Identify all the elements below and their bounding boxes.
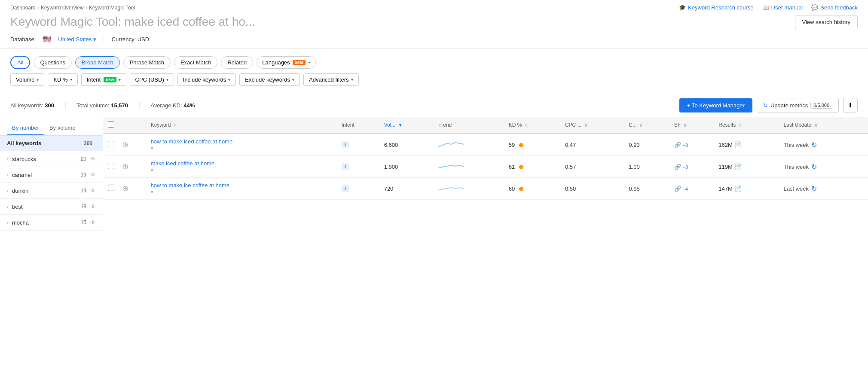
last-update-col-header[interactable]: Last Update ⇅ — [780, 117, 868, 134]
select-all-checkbox[interactable] — [108, 121, 114, 128]
view-history-button[interactable]: View search history — [795, 15, 858, 29]
languages-chevron-icon: ▾ — [308, 60, 310, 65]
intent-filter[interactable]: Intent new ▾ — [81, 73, 126, 86]
export-button[interactable]: ⬆ — [843, 98, 858, 112]
cpc-col-header[interactable]: CPC ... ⇅ — [562, 117, 625, 134]
book-icon: 📖 — [762, 4, 769, 11]
advanced-filters[interactable]: Advanced filters ▾ — [303, 73, 359, 86]
row2-add-cell[interactable]: ⊕ — [119, 156, 147, 178]
exclude-keywords-label: Exclude keywords — [245, 76, 290, 83]
results-sort-icon: ⇅ — [739, 123, 742, 128]
sf-col-header[interactable]: SF ⇅ — [671, 117, 715, 134]
eye-icon-mocha[interactable]: 👁 — [90, 219, 96, 226]
row2-sf-cell: 🔗 +3 — [671, 156, 715, 178]
sidebar-item-caramel[interactable]: › caramel 19 👁 — [0, 167, 103, 183]
sidebar-dunkin-count: 19 — [81, 188, 86, 194]
tab-phrase-match[interactable]: Phrase Match — [123, 56, 171, 69]
row1-expand-icon[interactable]: ▾ — [151, 146, 153, 151]
currency-label: Currency: USD — [112, 36, 149, 43]
sidebar-item-dunkin[interactable]: › dunkin 19 👁 — [0, 183, 103, 199]
tab-exact-match[interactable]: Exact Match — [174, 56, 218, 69]
tab-all[interactable]: All — [10, 56, 30, 69]
row2-keyword-link[interactable]: make iced coffee at home — [151, 160, 335, 167]
cpc-filter[interactable]: CPC (USD) ▾ — [130, 73, 174, 86]
volume-filter[interactable]: Volume ▾ — [10, 73, 44, 86]
row3-last-update-cell: Last week ↻ — [780, 178, 868, 200]
sort-by-number-tab[interactable]: By number — [7, 121, 44, 135]
table-row: ⊕ make iced coffee at home ▾ I 1,900 — [103, 156, 868, 178]
eye-icon-dunkin[interactable]: 👁 — [90, 187, 96, 194]
database-selector[interactable]: United States ▾ — [58, 36, 96, 43]
row1-results-value: 162M — [718, 142, 733, 148]
user-manual-link[interactable]: 📖 User manual — [762, 4, 803, 11]
tab-questions[interactable]: Questions — [34, 56, 72, 69]
include-keywords-filter[interactable]: Include keywords ▾ — [177, 73, 236, 86]
row3-expand-icon[interactable]: ▾ — [151, 189, 153, 195]
row1-refresh-icon[interactable]: ↻ — [811, 141, 817, 149]
row1-doc-icon: 📄 — [734, 141, 742, 148]
row2-checkbox-cell[interactable] — [103, 156, 119, 178]
update-metrics-button[interactable]: ↻ Update metrics 0/5,000 — [757, 98, 839, 112]
row2-update-text: This week — [784, 164, 809, 170]
row1-add-icon[interactable]: ⊕ — [122, 140, 128, 149]
c-col-header[interactable]: C... ⇅ — [625, 117, 670, 134]
row1-checkbox-cell[interactable] — [103, 134, 119, 156]
kd-filter[interactable]: KD % ▾ — [48, 73, 77, 86]
sort-by-volume-tab[interactable]: By volume — [44, 121, 81, 135]
breadcrumb-keyword-overview[interactable]: Keyword Overview — [41, 5, 84, 11]
sidebar-item-starbucks[interactable]: › starbucks 20 👁 — [0, 151, 103, 167]
row3-keyword-link[interactable]: how to make ice coffee at home — [151, 182, 335, 188]
languages-button[interactable]: Languages beta ▾ — [257, 56, 316, 69]
breadcrumb: Dashboard › Keyword Overview › Keyword M… — [10, 5, 135, 11]
eye-icon-starbucks[interactable]: 👁 — [90, 155, 96, 162]
avg-kd-stat: Average KD: 44% — [150, 102, 195, 109]
keyword-col-header[interactable]: Keyword ⇅ — [147, 117, 338, 134]
send-feedback-link[interactable]: 💬 Send feedback — [811, 4, 858, 11]
advanced-chevron-icon: ▾ — [351, 77, 353, 82]
tab-broad-match[interactable]: Broad Match — [75, 56, 120, 69]
eye-icon-caramel[interactable]: 👁 — [90, 171, 96, 178]
row1-keyword-cell: how to make iced coffee at home ▾ — [147, 134, 338, 156]
tab-related[interactable]: Related — [221, 56, 253, 69]
row1-add-cell[interactable]: ⊕ — [119, 134, 147, 156]
page-title-prefix: Keyword Magic Tool: — [10, 15, 121, 28]
select-all-header[interactable] — [103, 117, 119, 134]
sidebar-item-all-keywords[interactable]: All keywords 300 — [0, 136, 103, 151]
lastupdate-sort-icon: ⇅ — [814, 123, 818, 128]
cpc-chevron-icon: ▾ — [166, 77, 168, 82]
kd-col-header[interactable]: KD % ⇅ — [505, 117, 562, 134]
results-col-header[interactable]: Results ⇅ — [715, 117, 780, 134]
trend-col-header[interactable]: Trend — [435, 117, 505, 134]
row3-checkbox-cell[interactable] — [103, 178, 119, 200]
row1-keyword-link[interactable]: how to make iced coffee at home — [151, 138, 335, 145]
sidebar-item-best[interactable]: › best 18 👁 — [0, 199, 103, 215]
row1-kd-dot — [519, 143, 523, 147]
row3-kd-dot — [519, 187, 523, 191]
row2-sf-count: +3 — [682, 164, 688, 170]
row2-checkbox[interactable] — [108, 163, 114, 169]
breadcrumb-dashboard[interactable]: Dashboard — [10, 5, 36, 11]
row2-add-icon[interactable]: ⊕ — [122, 162, 128, 171]
page-title: Keyword Magic Tool: make iced coffee at … — [10, 15, 255, 29]
row3-sf-link-icon: 🔗 — [674, 185, 681, 192]
sidebar-starbucks-count: 20 — [81, 156, 86, 162]
row2-cpc-cell: 0.57 — [562, 156, 625, 178]
row3-refresh-icon[interactable]: ↻ — [811, 185, 817, 193]
volume-col-header[interactable]: Vol... ▼ — [381, 117, 435, 134]
intent-col-header[interactable]: Intent — [338, 117, 381, 134]
row2-expand-icon[interactable]: ▾ — [151, 167, 153, 173]
sidebar-item-mocha[interactable]: › mocha 15 👁 — [0, 215, 103, 231]
keyword-manager-button[interactable]: + To Keyword Manager — [679, 98, 752, 112]
include-chevron-icon: ▾ — [228, 77, 230, 82]
row3-add-icon[interactable]: ⊕ — [122, 184, 128, 193]
keyword-research-course-link[interactable]: 🎓 Keyword Research course — [679, 4, 753, 11]
sidebar-best-label: best — [12, 204, 81, 210]
exclude-keywords-filter[interactable]: Exclude keywords ▾ — [239, 73, 300, 86]
row3-checkbox[interactable] — [108, 185, 114, 191]
row3-add-cell[interactable]: ⊕ — [119, 178, 147, 200]
row1-checkbox[interactable] — [108, 141, 114, 147]
eye-icon-best[interactable]: 👁 — [90, 203, 96, 210]
cpc-filter-label: CPC (USD) — [135, 76, 164, 83]
row2-refresh-icon[interactable]: ↻ — [811, 163, 817, 171]
breadcrumb-keyword-magic-tool[interactable]: Keyword Magic Tool — [89, 5, 135, 11]
